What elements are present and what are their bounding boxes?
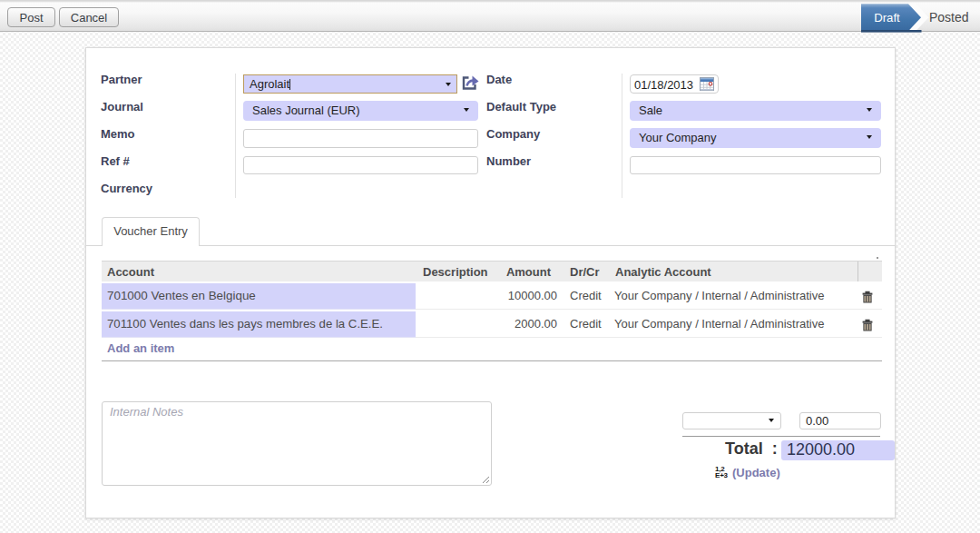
svg-text:Draft: Draft <box>874 11 900 25</box>
